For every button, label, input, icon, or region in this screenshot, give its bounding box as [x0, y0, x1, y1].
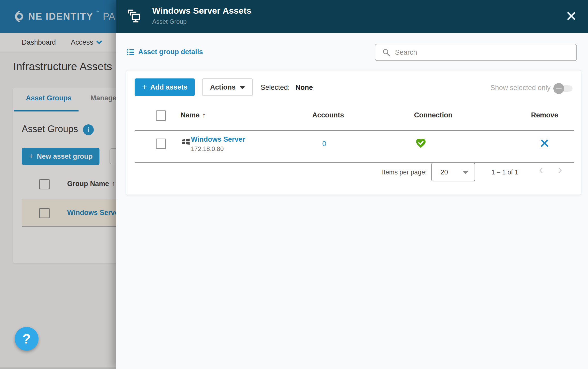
remove-asset-button[interactable] [533, 139, 556, 148]
close-icon [567, 11, 576, 21]
table-header-divider [135, 130, 574, 131]
toggle-knob [553, 83, 564, 94]
selected-summary: Selected: None [261, 83, 313, 92]
table-row-divider [135, 162, 574, 163]
help-button[interactable]: ? [15, 327, 38, 351]
add-assets-label: Add assets [150, 83, 187, 91]
asset-ip-address: 172.18.0.80 [191, 145, 224, 153]
column-header-accounts: Accounts [310, 111, 346, 119]
items-per-page-label: Items per page: [382, 169, 427, 176]
caret-down-icon [463, 171, 468, 174]
column-header-remove: Remove [527, 111, 563, 119]
page-size-select[interactable]: 20 [431, 163, 475, 181]
close-button[interactable] [563, 8, 579, 24]
screen: NE IDENTITY ™ PA Dashboard Access Infras… [0, 0, 588, 369]
asset-group-details-label: Asset group details [138, 48, 203, 56]
actions-button[interactable]: Actions [202, 78, 253, 96]
page-size-value: 20 [440, 168, 448, 176]
asset-row-checkbox[interactable] [156, 139, 166, 149]
pagination-range: 1 – 1 of 1 [484, 169, 525, 176]
asset-name-link[interactable]: Windows Server [191, 135, 245, 143]
search-icon [382, 48, 391, 57]
column-header-name[interactable]: Name↑ [181, 111, 206, 119]
panel-subtitle: Asset Group [152, 18, 187, 25]
add-assets-button[interactable]: + Add assets [135, 78, 195, 96]
list-icon [127, 48, 135, 56]
selected-value: None [296, 84, 313, 92]
asset-group-details-link[interactable]: Asset group details [127, 48, 203, 56]
remove-x-icon [540, 139, 549, 147]
panel-header: Windows Server Assets Asset Group [116, 0, 588, 33]
asset-group-stack-icon [126, 8, 142, 24]
bottom-edge-strip [0, 367, 116, 369]
sort-ascending-icon: ↑ [202, 111, 206, 119]
asset-group-panel: Windows Server Assets Asset Group Asset … [116, 0, 588, 369]
toggle-dash [556, 88, 562, 89]
column-header-connection: Connection [413, 111, 454, 119]
panel-body: Asset group details + Add assets Actions [116, 33, 588, 369]
name-header-label: Name [181, 111, 200, 119]
selected-label: Selected: [261, 84, 290, 92]
next-page-button[interactable]: › [552, 164, 568, 175]
assets-search-box [375, 44, 577, 61]
previous-page-button[interactable]: ‹ [533, 164, 549, 175]
modal-backdrop[interactable] [0, 0, 116, 369]
show-selected-only-toggle[interactable] [554, 85, 572, 92]
windows-logo-icon [181, 137, 190, 146]
actions-label: Actions [210, 83, 236, 91]
plus-icon: + [142, 82, 147, 92]
panel-title: Windows Server Assets [152, 6, 251, 16]
assets-select-all-checkbox[interactable] [156, 110, 166, 121]
caret-down-icon [240, 86, 245, 89]
connection-healthy-icon [415, 138, 426, 149]
search-input[interactable] [395, 45, 573, 59]
show-selected-only-label: Show selected only [490, 84, 551, 92]
asset-accounts-link[interactable]: 0 [306, 140, 342, 148]
assets-table-card: + Add assets Actions Selected: None Show… [126, 70, 581, 195]
